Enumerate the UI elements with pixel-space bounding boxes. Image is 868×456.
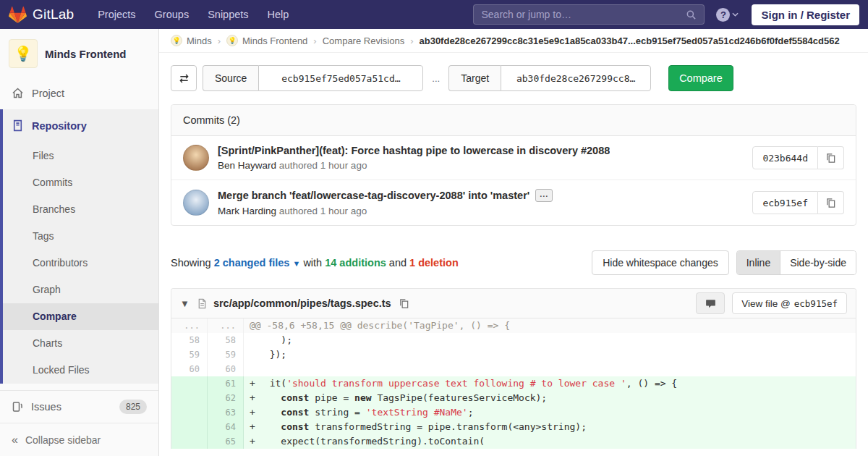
new-line-number[interactable]: 63 <box>208 405 244 420</box>
commit-sha-group: ecb915ef <box>752 191 844 214</box>
diff-line-code: + const string = 'textString #NaMe'; <box>244 405 856 420</box>
sidebar-item-branches[interactable]: Branches <box>3 196 158 223</box>
commit-title-link[interactable]: [Sprint/PinkPanther](feat): Force hashta… <box>218 145 610 156</box>
project-header[interactable]: 💡 Minds Frontend <box>0 29 158 77</box>
sidebar-item-files[interactable]: Files <box>3 143 158 169</box>
sidebar-item-graph[interactable]: Graph <box>3 276 158 303</box>
sidebar-item-charts[interactable]: Charts <box>3 330 158 357</box>
old-line-number[interactable]: 59 <box>171 347 208 362</box>
file-actions: View file @ ecb915ef <box>696 292 847 314</box>
commit-list: [Sprint/PinkPanther](feat): Force hashta… <box>171 136 856 225</box>
nav-link-help[interactable]: Help <box>260 4 297 25</box>
old-line-number[interactable] <box>171 420 208 434</box>
commit-sha[interactable]: ecb915ef <box>752 191 818 214</box>
new-line-number[interactable]: 61 <box>208 376 244 391</box>
old-line-number[interactable] <box>171 405 208 420</box>
changed-files-dropdown[interactable]: 2 changed files ▼ <box>214 257 301 269</box>
sidebar-item-repository[interactable]: Repository <box>3 109 158 143</box>
search-icon[interactable] <box>686 9 697 20</box>
sidebar-item-project[interactable]: Project <box>0 77 158 109</box>
old-line-number[interactable] <box>171 434 208 449</box>
brand-name: GitLab <box>33 7 74 22</box>
help-icon[interactable]: ? <box>716 8 730 22</box>
new-line-number[interactable]: 59 <box>208 347 244 362</box>
commit-meta: Ben Hayward authored 1 hour ago <box>218 160 741 171</box>
global-search[interactable] <box>473 4 705 25</box>
diff-line: 65+ expect(transformedString).toContain( <box>171 434 856 449</box>
breadcrumb-link-compare-revisions[interactable]: Compare Revisions <box>323 35 404 46</box>
collapse-sidebar-button[interactable]: « Collapse sidebar <box>0 423 158 456</box>
diff-line: 63+ const string = 'textString #NaMe'; <box>171 405 856 420</box>
new-line-number[interactable]: 60 <box>208 362 244 376</box>
sidebar-item-locked-files[interactable]: Locked Files <box>3 357 158 384</box>
copy-path-icon[interactable] <box>399 298 409 309</box>
diff-line-code: @@ -58,6 +58,15 @@ describe('TagPipe', (… <box>244 318 856 333</box>
source-ref-dropdown[interactable]: ecb915ef75ed057a51cd… <box>258 65 423 91</box>
side-by-side-view-button[interactable]: Side-by-side <box>780 251 856 274</box>
sidebar-item-compare[interactable]: Compare <box>3 303 158 330</box>
expand-commit-button[interactable]: ... <box>535 189 553 202</box>
commit-sha[interactable]: 023b644d <box>752 146 818 169</box>
gitlab-logo[interactable]: GitLab <box>9 6 74 24</box>
new-line-number[interactable]: 62 <box>208 391 244 405</box>
compare-button[interactable]: Compare <box>668 65 733 91</box>
sign-in-button[interactable]: Sign in / Register <box>752 4 859 25</box>
code-segment: pipe = <box>309 392 354 403</box>
avatar <box>183 190 209 216</box>
repository-submenu: FilesCommitsBranchesTagsContributorsGrap… <box>3 143 158 384</box>
nav-link-snippets[interactable]: Snippets <box>200 4 256 25</box>
new-line-number[interactable]: 64 <box>208 420 244 434</box>
code-segment: it( <box>258 378 286 389</box>
commit-sha-group: 023b644d <box>752 146 844 169</box>
diff-line: 64+ const transformedString = pipe.trans… <box>171 420 856 434</box>
swap-revisions-button[interactable] <box>171 65 197 91</box>
inline-view-button[interactable]: Inline <box>737 251 780 274</box>
nav-link-groups[interactable]: Groups <box>147 4 197 25</box>
sidebar-item-commits[interactable]: Commits <box>3 169 158 196</box>
search-input[interactable] <box>481 9 686 20</box>
old-line-number[interactable] <box>171 376 208 391</box>
copy-sha-button[interactable] <box>818 191 844 214</box>
hide-whitespace-button[interactable]: Hide whitespace changes <box>592 250 729 275</box>
code-segment: ; <box>468 407 474 418</box>
sidebar-item-tags[interactable]: Tags <box>3 223 158 250</box>
nav-link-projects[interactable]: Projects <box>90 4 143 25</box>
help-menu[interactable]: ? <box>716 8 739 22</box>
breadcrumb-link-minds[interactable]: 💡Minds <box>171 35 212 46</box>
diff-line-sign: + <box>244 434 258 449</box>
new-line-number[interactable]: ... <box>208 318 244 333</box>
commit-author-link[interactable]: Ben Hayward <box>218 160 276 171</box>
file-path[interactable]: src/app/common/pipes/tags.spec.ts <box>213 297 391 309</box>
old-line-number[interactable] <box>171 391 208 405</box>
breadcrumb-separator-icon: › <box>410 35 413 46</box>
copy-sha-button[interactable] <box>818 146 844 169</box>
code-segment: const <box>281 392 309 403</box>
commit-author-link[interactable]: Mark Harding <box>218 206 276 216</box>
chevron-down-icon <box>732 12 739 17</box>
commit-row: [Sprint/PinkPanther](feat): Force hashta… <box>171 136 856 180</box>
commit-row: Merge branch 'feat/lowercase-tag-discove… <box>171 180 856 225</box>
new-line-number[interactable]: 58 <box>208 333 244 347</box>
code-segment: const <box>281 421 309 432</box>
sidebar-item-contributors[interactable]: Contributors <box>3 250 158 276</box>
breadcrumb-separator-icon: › <box>218 35 221 46</box>
diff-line-code: + it('should transform uppercase text fo… <box>244 376 856 391</box>
deletions-count: 1 deletion <box>409 257 459 269</box>
collapse-file-icon[interactable]: ▼ <box>180 298 190 309</box>
target-ref-dropdown[interactable]: ab30fde28ce267299cc8… <box>501 65 651 91</box>
commit-main: Merge branch 'feat/lowercase-tag-discove… <box>218 189 741 216</box>
new-line-number[interactable]: 65 <box>208 434 244 449</box>
toggle-comments-button[interactable] <box>696 292 725 314</box>
breadcrumb-link-minds-frontend[interactable]: 💡Minds Frontend <box>226 35 307 46</box>
old-line-number[interactable]: ... <box>171 318 208 333</box>
avatar <box>183 145 209 171</box>
code-segment <box>258 392 281 403</box>
sidebar-item-label: Project <box>32 88 64 99</box>
old-line-number[interactable]: 60 <box>171 362 208 376</box>
view-file-button[interactable]: View file @ ecb915ef <box>732 292 847 314</box>
document-icon <box>12 119 24 132</box>
diff-line: 62+ const pipe = new TagsPipe(featuresSe… <box>171 391 856 405</box>
old-line-number[interactable]: 58 <box>171 333 208 347</box>
commit-title-link[interactable]: Merge branch 'feat/lowercase-tag-discove… <box>218 190 529 201</box>
sidebar-item-issues[interactable]: Issues 825 <box>0 390 158 423</box>
